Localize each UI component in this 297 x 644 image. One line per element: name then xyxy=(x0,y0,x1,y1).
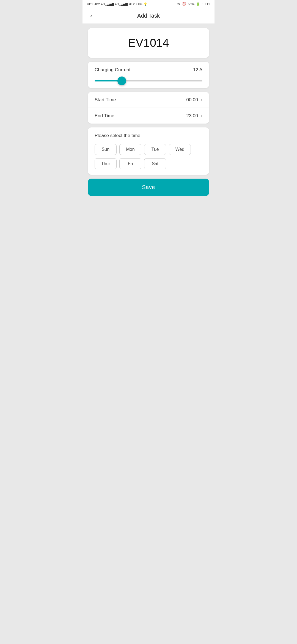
wifi-icon: ⌘ xyxy=(129,2,132,6)
signal-4g: 4G▁▃▅▇ xyxy=(101,2,114,6)
end-time-chevron-icon: › xyxy=(201,113,202,119)
save-button[interactable]: Save xyxy=(88,179,209,196)
end-time-row[interactable]: End Time : 23:00 › xyxy=(88,108,209,124)
charging-current-card: Charging Current : 12 A xyxy=(88,62,209,88)
days-grid: Sun Mon Tue Wed Thur Fri Sat xyxy=(95,144,202,169)
status-bar: HD1 HD2 4G▁▃▅▇ 4G▁▃▅▇ ⌘ 2.7 K/s 💡 👁 ⏰ 65… xyxy=(82,0,215,8)
day-btn-sat[interactable]: Sat xyxy=(144,158,166,169)
end-time-label: End Time : xyxy=(95,113,117,119)
day-btn-thur[interactable]: Thur xyxy=(95,158,117,169)
battery-percent: 65% xyxy=(188,2,194,6)
content-area: EV1014 Charging Current : 12 A Start Tim… xyxy=(82,24,215,215)
end-time-value-group: 23:00 › xyxy=(186,113,202,119)
header: ‹ Add Task xyxy=(82,8,215,24)
status-right: 👁 ⏰ 65% 🔋 10:11 xyxy=(177,2,210,6)
days-row-1: Sun Mon Tue Wed xyxy=(95,144,202,155)
days-row-2: Thur Fri Sat xyxy=(95,158,202,169)
speed: 2.7 K/s xyxy=(133,2,142,6)
start-time-label: Start Time : xyxy=(95,97,119,103)
status-left: HD1 HD2 4G▁▃▅▇ 4G▁▃▅▇ ⌘ 2.7 K/s 💡 xyxy=(87,2,147,6)
day-btn-tue[interactable]: Tue xyxy=(144,144,166,155)
day-btn-wed[interactable]: Wed xyxy=(169,144,191,155)
clock: 10:11 xyxy=(202,2,210,6)
charging-current-slider[interactable] xyxy=(95,80,202,81)
start-time-chevron-icon: › xyxy=(201,97,202,103)
time-card: Start Time : 00:00 › End Time : 23:00 › xyxy=(88,92,209,124)
day-btn-sun[interactable]: Sun xyxy=(95,144,117,155)
charging-current-row: Charging Current : 12 A xyxy=(95,67,202,73)
start-time-value: 00:00 xyxy=(186,97,198,103)
blue-icon: 💡 xyxy=(144,2,147,6)
start-time-row[interactable]: Start Time : 00:00 › xyxy=(88,92,209,108)
schedule-label: Please select the time xyxy=(95,133,202,138)
network-info: HD1 HD2 xyxy=(87,2,100,6)
alarm-icon: ⏰ xyxy=(182,2,186,6)
end-time-value: 23:00 xyxy=(186,113,198,119)
charging-current-value: 12 A xyxy=(193,67,202,73)
eye-icon: 👁 xyxy=(177,2,180,6)
device-name-card: EV1014 xyxy=(88,28,209,58)
schedule-card: Please select the time Sun Mon Tue Wed T… xyxy=(88,127,209,175)
charging-current-label: Charging Current : xyxy=(95,67,133,73)
day-btn-mon[interactable]: Mon xyxy=(119,144,141,155)
bottom-spacer xyxy=(88,200,209,211)
device-name: EV1014 xyxy=(95,34,202,52)
page-title: Add Task xyxy=(137,13,160,19)
day-btn-fri[interactable]: Fri xyxy=(119,158,141,169)
battery-icon: 🔋 xyxy=(196,2,200,6)
back-button[interactable]: ‹ xyxy=(88,11,94,21)
signal-4g2: 4G▁▃▅▇ xyxy=(115,2,128,6)
start-time-value-group: 00:00 › xyxy=(186,97,202,103)
